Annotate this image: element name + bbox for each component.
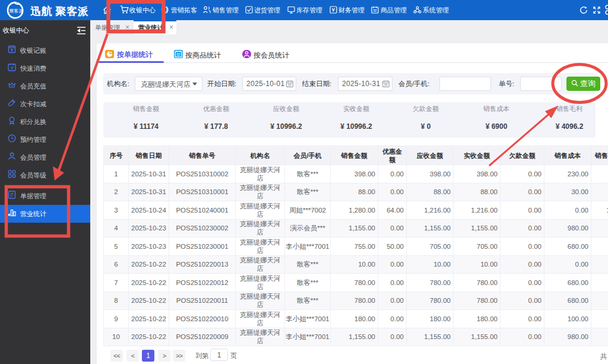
- svg-text:聚客派: 聚客派: [10, 8, 24, 14]
